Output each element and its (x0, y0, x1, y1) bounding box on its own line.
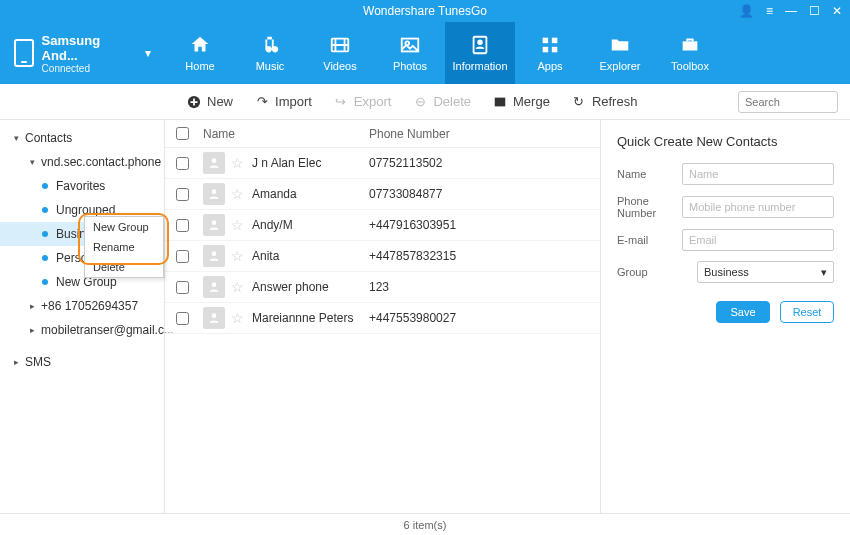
svg-point-17 (212, 313, 217, 318)
maximize-icon[interactable]: ☐ (809, 4, 820, 18)
tab-label: Information (452, 60, 507, 72)
contact-name: Mareiannne Peters (252, 311, 353, 325)
titlebar: Wondershare TunesGo 👤 ≡ — ☐ ✕ (0, 0, 850, 22)
row-checkbox[interactable] (176, 312, 189, 325)
star-icon[interactable]: ☆ (231, 248, 244, 264)
header: Samsung And... Connected ▾ Home Music Vi… (0, 22, 850, 84)
status-bar: 6 item(s) (0, 513, 850, 535)
delete-button[interactable]: ⊖Delete (413, 94, 471, 109)
row-checkbox[interactable] (176, 219, 189, 232)
star-icon[interactable]: ☆ (231, 217, 244, 233)
tab-videos[interactable]: Videos (305, 22, 375, 84)
contact-phone: 07752113502 (369, 156, 442, 170)
panel-title: Quick Create New Contacts (617, 134, 834, 149)
group-value: Business (704, 266, 749, 278)
table-row[interactable]: ☆ J n Alan Elec 07752113502 (165, 148, 600, 179)
nav-tabs: Home Music Videos Photos Information App… (165, 22, 850, 84)
sidebar-sms[interactable]: ▸SMS (0, 350, 164, 374)
tab-explorer[interactable]: Explorer (585, 22, 655, 84)
row-checkbox[interactable] (176, 281, 189, 294)
group-select[interactable]: Business▾ (697, 261, 834, 283)
phone-field[interactable] (682, 196, 834, 218)
toolbar: New ↷Import ↪Export ⊖Delete Merge ↻Refre… (0, 84, 850, 120)
sidebar-email-account[interactable]: ▸mobiletranser@gmail.c... (0, 318, 164, 342)
device-status: Connected (42, 63, 137, 74)
minimize-icon[interactable]: — (785, 4, 797, 18)
user-icon[interactable]: 👤 (739, 4, 754, 18)
email-field[interactable] (682, 229, 834, 251)
save-button[interactable]: Save (716, 301, 770, 323)
status-text: 6 item(s) (404, 519, 447, 531)
table-row[interactable]: ☆ Mareiannne Peters +447553980027 (165, 303, 600, 334)
chevron-right-icon: ▸ (30, 301, 35, 311)
device-selector[interactable]: Samsung And... Connected ▾ (0, 22, 165, 84)
avatar-icon (203, 183, 225, 205)
table-row[interactable]: ☆ Answer phone 123 (165, 272, 600, 303)
tab-label: Explorer (600, 60, 641, 72)
export-button[interactable]: ↪Export (334, 94, 392, 109)
row-checkbox[interactable] (176, 250, 189, 263)
search-box[interactable]: 🔍 (738, 91, 838, 113)
new-button[interactable]: New (187, 94, 233, 109)
tab-photos[interactable]: Photos (375, 22, 445, 84)
svg-rect-8 (552, 47, 558, 53)
refresh-button[interactable]: ↻Refresh (572, 94, 638, 109)
chevron-right-icon: ▸ (30, 325, 35, 335)
table-row[interactable]: ☆ Anita +447857832315 (165, 241, 600, 272)
ctx-new-group[interactable]: New Group (85, 217, 163, 237)
contact-phone: +447553980027 (369, 311, 456, 325)
star-icon[interactable]: ☆ (231, 186, 244, 202)
ctx-delete[interactable]: Delete (85, 257, 163, 277)
main: ▾Contacts ▾vnd.sec.contact.phone Favorit… (0, 120, 850, 513)
close-icon[interactable]: ✕ (832, 4, 842, 18)
chevron-down-icon: ▾ (30, 157, 35, 167)
star-icon[interactable]: ☆ (231, 310, 244, 326)
delete-icon: ⊖ (413, 95, 427, 109)
tab-apps[interactable]: Apps (515, 22, 585, 84)
device-name: Samsung And... (42, 33, 137, 63)
reset-button[interactable]: Reset (780, 301, 834, 323)
menu-icon[interactable]: ≡ (766, 4, 773, 18)
col-name-header[interactable]: Name (199, 127, 369, 141)
contact-name: J n Alan Elec (252, 156, 321, 170)
table-row[interactable]: ☆ Amanda 07733084877 (165, 179, 600, 210)
chevron-down-icon[interactable]: ▾ (145, 46, 151, 60)
phone-icon (14, 39, 34, 67)
export-icon: ↪ (334, 95, 348, 109)
contact-phone: +447916303951 (369, 218, 456, 232)
svg-rect-11 (500, 97, 505, 106)
name-label: Name (617, 168, 682, 180)
search-input[interactable] (745, 96, 850, 108)
row-checkbox[interactable] (176, 157, 189, 170)
tab-toolbox[interactable]: Toolbox (655, 22, 725, 84)
star-icon[interactable]: ☆ (231, 155, 244, 171)
row-checkbox[interactable] (176, 188, 189, 201)
sidebar-item-favorites[interactable]: Favorites (0, 174, 164, 198)
svg-point-14 (212, 220, 217, 225)
tab-home[interactable]: Home (165, 22, 235, 84)
information-icon (467, 34, 493, 56)
sidebar-phone-account[interactable]: ▸+86 17052694357 (0, 294, 164, 318)
sidebar-label: Favorites (56, 179, 105, 193)
import-button[interactable]: ↷Import (255, 94, 312, 109)
sidebar-account[interactable]: ▾vnd.sec.contact.phone (0, 150, 164, 174)
name-field[interactable] (682, 163, 834, 185)
import-icon: ↷ (255, 95, 269, 109)
col-phone-header[interactable]: Phone Number (369, 127, 600, 141)
select-all-checkbox[interactable] (176, 127, 189, 140)
star-icon[interactable]: ☆ (231, 279, 244, 295)
ctx-rename[interactable]: Rename (85, 237, 163, 257)
contact-name: Anita (252, 249, 279, 263)
sidebar-contacts[interactable]: ▾Contacts (0, 126, 164, 150)
table-row[interactable]: ☆ Andy/M +447916303951 (165, 210, 600, 241)
chevron-right-icon: ▸ (14, 357, 19, 367)
bullet-icon (42, 231, 48, 237)
videos-icon (327, 34, 353, 56)
tab-information[interactable]: Information (445, 22, 515, 84)
bullet-icon (42, 183, 48, 189)
bullet-icon (42, 207, 48, 213)
window-controls: 👤 ≡ — ☐ ✕ (739, 0, 842, 22)
tab-music[interactable]: Music (235, 22, 305, 84)
merge-button[interactable]: Merge (493, 94, 550, 109)
chevron-down-icon: ▾ (14, 133, 19, 143)
